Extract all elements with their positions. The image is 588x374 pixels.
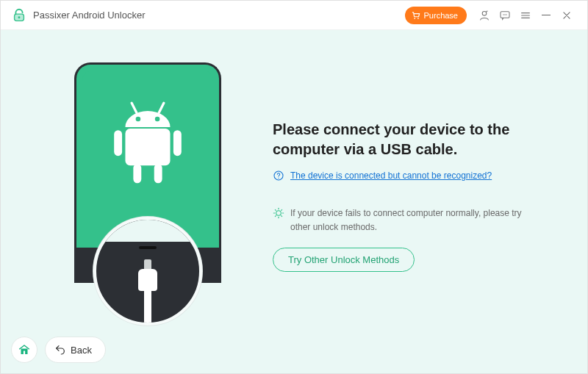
purchase-label: Purchase xyxy=(424,11,458,20)
svg-point-2 xyxy=(414,18,415,19)
svg-rect-15 xyxy=(173,130,182,156)
user-icon xyxy=(478,10,490,21)
back-label: Back xyxy=(71,345,92,356)
svg-point-3 xyxy=(417,18,419,19)
svg-point-12 xyxy=(155,117,160,122)
svg-line-27 xyxy=(275,216,276,217)
titlebar: Passixer Android Unlocker Purchase xyxy=(1,1,587,30)
try-other-methods-button[interactable]: Try Other Unlock Methods xyxy=(273,248,415,272)
tip-text: If your device fails to connect computer… xyxy=(290,206,537,234)
tip-icon xyxy=(273,207,284,234)
back-arrow-icon xyxy=(54,344,66,356)
svg-line-9 xyxy=(132,103,137,112)
app-title: Passixer Android Unlocker xyxy=(33,10,145,21)
svg-point-11 xyxy=(136,117,141,122)
feedback-button[interactable] xyxy=(495,5,515,26)
minimize-button[interactable] xyxy=(536,5,556,26)
svg-line-25 xyxy=(275,209,276,210)
svg-line-10 xyxy=(159,103,164,112)
device-not-recognized-link[interactable]: The device is connected but cannot be re… xyxy=(290,170,492,181)
chat-icon xyxy=(499,10,511,21)
hamburger-icon xyxy=(520,10,531,21)
main-panel: Please connect your device to the comput… xyxy=(1,30,587,373)
home-icon xyxy=(18,343,31,356)
usb-plug-icon xyxy=(138,259,157,326)
minimize-icon xyxy=(542,15,551,16)
svg-line-28 xyxy=(282,209,282,210)
svg-point-1 xyxy=(18,16,21,18)
account-button[interactable] xyxy=(474,5,495,26)
svg-point-19 xyxy=(278,178,279,179)
svg-point-6 xyxy=(503,14,503,15)
svg-rect-14 xyxy=(114,130,122,156)
svg-rect-16 xyxy=(133,164,141,183)
svg-rect-17 xyxy=(154,164,162,183)
menu-button[interactable] xyxy=(515,5,536,26)
android-icon xyxy=(107,101,188,193)
app-logo-icon xyxy=(11,7,27,24)
home-button[interactable] xyxy=(11,337,37,363)
instruction-heading: Please connect your device to the comput… xyxy=(273,120,537,159)
purchase-button[interactable]: Purchase xyxy=(405,7,467,24)
usb-magnifier xyxy=(93,217,202,326)
svg-rect-29 xyxy=(24,351,25,355)
help-icon xyxy=(273,170,284,181)
back-button[interactable]: Back xyxy=(45,337,106,363)
svg-point-7 xyxy=(504,14,505,15)
svg-rect-13 xyxy=(125,129,170,165)
close-icon xyxy=(562,10,572,21)
device-illustration xyxy=(52,62,243,298)
svg-point-8 xyxy=(506,14,506,15)
close-button[interactable] xyxy=(556,5,577,26)
svg-point-20 xyxy=(276,211,282,216)
footer-controls: Back xyxy=(11,337,106,363)
instruction-panel: Please connect your device to the comput… xyxy=(243,57,558,373)
svg-line-26 xyxy=(282,216,282,217)
cart-icon xyxy=(411,10,421,21)
